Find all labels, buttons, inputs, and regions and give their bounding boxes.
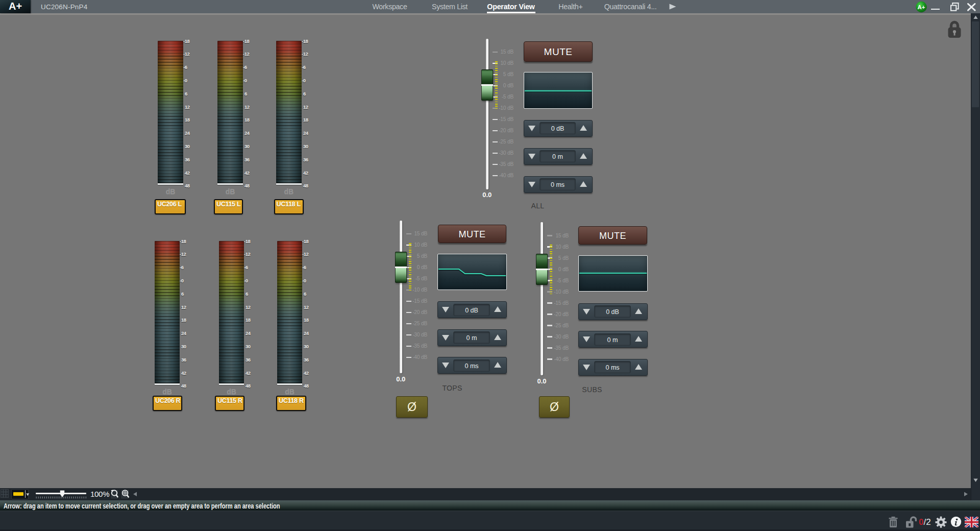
svg-text:A+: A+ — [917, 4, 925, 10]
